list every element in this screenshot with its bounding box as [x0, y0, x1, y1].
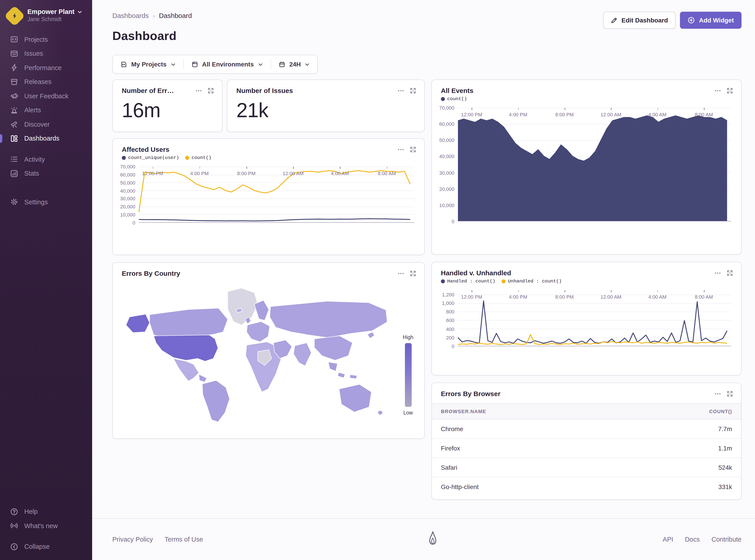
sidebar-item-issues[interactable]: Issues [0, 46, 92, 61]
widget-title: Errors By Browser [441, 390, 500, 397]
sidebar-item-dashboards[interactable]: Dashboards [0, 131, 92, 145]
sidebar-item-help[interactable]: Help [0, 504, 92, 519]
privacy-policy-link[interactable]: Privacy Policy [112, 536, 153, 543]
org-switcher[interactable]: Empower Plant Jane Schmidt [0, 0, 92, 32]
breadcrumb: Dashboards › Dashboard [112, 12, 192, 19]
sidebar-item-user-feedback[interactable]: User Feedback [0, 89, 92, 103]
widget-title: All Events [441, 87, 473, 94]
ellipsis-menu-button[interactable] [195, 87, 202, 94]
expand-widget-button[interactable] [208, 87, 214, 94]
gear-icon [10, 198, 18, 206]
widget-number-of-issues: Number of Issues 21k [227, 79, 425, 132]
dashboards-icon [10, 134, 18, 143]
table-column-browser-name: BROWSER.NAME [441, 409, 486, 414]
legend-dot-icon [441, 279, 445, 283]
sidebar-item-collapse[interactable]: Collapse [0, 540, 92, 554]
siren-icon [10, 106, 18, 115]
ellipsis-menu-button[interactable] [715, 270, 721, 276]
expand-widget-button[interactable] [410, 146, 416, 153]
sidebar-item-projects[interactable]: Projects [0, 32, 92, 46]
expand-widget-button[interactable] [410, 87, 416, 94]
table-row: Go-http-client331k [432, 477, 741, 496]
calendar-icon [278, 61, 285, 67]
lightning-icon [10, 63, 18, 72]
contribute-link[interactable]: Contribute [711, 536, 741, 543]
broadcast-icon [10, 522, 18, 530]
chart-legend: Handled : count()Unhandled : count() [432, 277, 741, 284]
sidebar-item-activity[interactable]: Activity [0, 152, 92, 166]
sidebar-item-discover[interactable]: Discover [0, 117, 92, 131]
table-row: Chrome7.7m [432, 419, 741, 439]
sidebar-item-whats-new[interactable]: What's new [0, 519, 92, 533]
org-name: Empower Plant [27, 8, 75, 16]
legend-dot-icon [441, 97, 445, 101]
expand-widget-button[interactable] [727, 270, 733, 276]
user-name: Jane Schmidt [27, 16, 82, 23]
terms-of-use-link[interactable]: Terms of Use [165, 536, 203, 543]
projects-filter[interactable]: My Projects [113, 55, 183, 73]
sidebar-item-alerts[interactable]: Alerts [0, 103, 92, 117]
sidebar-nav: Projects Issues Performance Releases Use… [0, 32, 92, 209]
expand-widget-button[interactable] [727, 87, 733, 94]
sidebar-item-stats[interactable]: Stats [0, 166, 92, 181]
edit-dashboard-button[interactable]: Edit Dashboard [603, 12, 676, 29]
collapse-icon [10, 542, 18, 551]
breadcrumb-dashboards-link[interactable]: Dashboards [112, 12, 149, 19]
widget-handled-v-unhandled: Handled v. Unhandled Handled : count()Un… [431, 262, 741, 376]
legend-dot-icon [186, 156, 189, 160]
project-icon [120, 61, 127, 67]
projects-filter-label: My Projects [131, 61, 167, 68]
sidebar-item-label: User Feedback [24, 93, 69, 100]
docs-link[interactable]: Docs [685, 536, 700, 543]
sidebar-item-label: Activity [24, 156, 45, 163]
map-low-label: Low [403, 410, 413, 415]
table-header: BROWSER.NAME COUNT() [432, 403, 741, 419]
edit-dashboard-label: Edit Dashboard [621, 17, 668, 24]
page-title: Dashboard [112, 29, 192, 43]
table-row: Firefox1.1m [432, 439, 741, 458]
ellipsis-menu-button[interactable] [398, 271, 404, 277]
sidebar-item-releases[interactable]: Releases [0, 75, 92, 89]
breadcrumb-current: Dashboard [159, 12, 192, 19]
ellipsis-menu-button[interactable] [715, 87, 721, 94]
handled-v-unhandled-chart: 02004006008001,0001,200 12:00 PM4:00 PM8… [432, 284, 741, 346]
expand-widget-button[interactable] [727, 391, 733, 397]
ellipsis-menu-button[interactable] [715, 391, 721, 397]
add-widget-button[interactable]: Add Widget [680, 12, 741, 29]
chevron-down-icon [171, 62, 175, 67]
environments-filter[interactable]: All Environments [183, 55, 270, 73]
chevron-down-icon [305, 62, 310, 67]
stat-value: 21k [227, 94, 424, 122]
sidebar-item-label: Projects [24, 36, 48, 43]
sidebar-item-label: Releases [24, 78, 52, 85]
sidebar-item-performance[interactable]: Performance [0, 61, 92, 75]
api-link[interactable]: API [663, 536, 673, 543]
time-range-filter[interactable]: 24H [271, 55, 317, 73]
widget-title: Handled v. Unhandled [441, 269, 511, 277]
add-widget-label: Add Widget [699, 17, 734, 24]
legend-dot-icon [502, 279, 506, 283]
ellipsis-menu-button[interactable] [398, 146, 404, 153]
expand-widget-button[interactable] [410, 271, 416, 277]
window-icon [191, 61, 198, 67]
sidebar-item-settings[interactable]: Settings [0, 195, 92, 209]
chevron-down-icon [258, 62, 263, 67]
map-color-legend: High Low [396, 280, 420, 428]
breadcrumb-separator-icon: › [153, 12, 155, 19]
map-high-label: High [403, 335, 413, 340]
sidebar-footer: Help What's new Collapse [0, 504, 92, 554]
widget-title: Errors By Country [122, 269, 180, 277]
ellipsis-menu-button[interactable] [398, 87, 404, 94]
widget-title: Number of Err… [122, 87, 174, 94]
sentry-logo-icon[interactable] [427, 531, 439, 548]
sidebar-item-label: Issues [24, 50, 43, 57]
page-footer: Privacy Policy Terms of Use API Docs Con… [92, 518, 755, 560]
filter-bar: My Projects All Environments 24H [112, 55, 318, 74]
sidebar-item-label: Collapse [24, 543, 50, 551]
sidebar-item-label: Alerts [24, 107, 41, 114]
org-logo-icon [4, 5, 25, 26]
table-column-count: COUNT() [709, 409, 732, 414]
stat-value: 16m [113, 94, 222, 122]
affected-users-chart: 010,00020,00030,00040,00050,00060,00070,… [113, 160, 424, 223]
telescope-icon [10, 120, 18, 129]
